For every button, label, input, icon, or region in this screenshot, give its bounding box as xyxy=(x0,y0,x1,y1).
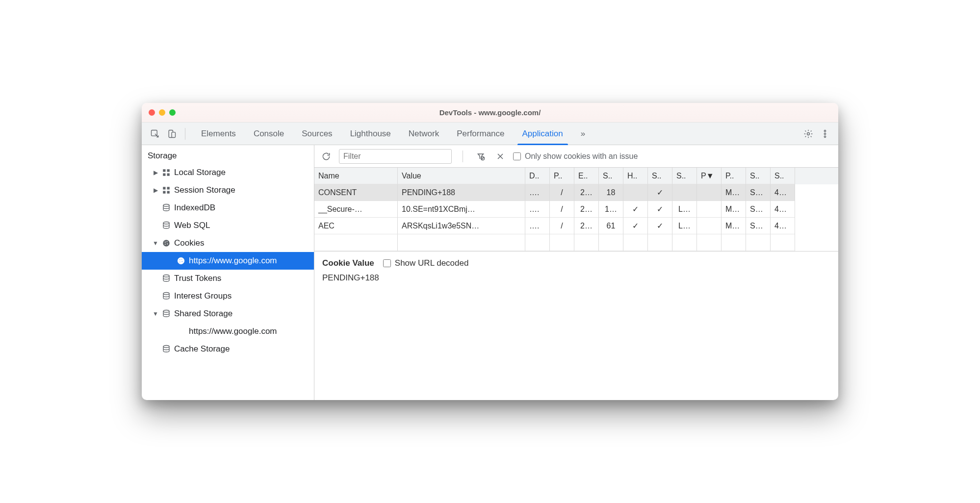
inspect-icon[interactable] xyxy=(147,126,163,142)
sidebar-section-label: Storage xyxy=(142,148,314,164)
table-cell: 2… xyxy=(574,218,599,234)
table-cell: / xyxy=(550,201,574,218)
table-cell xyxy=(697,234,722,251)
only-issues-label: Only show cookies with an issue xyxy=(525,152,638,161)
sidebar-item[interactable]: Web SQL xyxy=(142,217,314,234)
tab-application[interactable]: Application xyxy=(514,123,572,145)
cookie-detail: Cookie Value Show URL decoded PENDING+18… xyxy=(314,252,838,290)
sidebar-item[interactable]: Trust Tokens xyxy=(142,270,314,287)
table-row[interactable]: CONSENTPENDING+188…./2…18✓M…S…4… xyxy=(314,184,838,201)
sidebar-item[interactable]: Interest Groups xyxy=(142,287,314,305)
only-issues-checkbox[interactable] xyxy=(513,152,521,160)
column-header[interactable]: S.. xyxy=(672,168,697,184)
svg-point-28 xyxy=(163,293,169,295)
table-cell xyxy=(771,234,795,251)
table-cell: …. xyxy=(525,201,550,218)
url-decoded-option[interactable]: Show URL decoded xyxy=(383,258,469,268)
traffic-lights xyxy=(149,109,176,116)
tab-performance[interactable]: Performance xyxy=(448,123,513,145)
table-cell: 61 xyxy=(599,218,623,234)
table-cell xyxy=(697,201,722,218)
tab-elements[interactable]: Elements xyxy=(192,123,245,145)
table-cell: / xyxy=(550,218,574,234)
tab-network[interactable]: Network xyxy=(400,123,448,145)
url-decoded-label: Show URL decoded xyxy=(395,258,469,268)
column-header[interactable]: S.. xyxy=(771,168,795,184)
device-toggle-icon[interactable] xyxy=(163,126,180,142)
svg-point-27 xyxy=(163,275,169,277)
column-header[interactable]: S.. xyxy=(648,168,672,184)
clear-icon[interactable] xyxy=(493,150,507,163)
minimize-dot[interactable] xyxy=(159,109,165,116)
column-header[interactable]: H.. xyxy=(623,168,648,184)
svg-point-21 xyxy=(165,244,166,245)
tabs-overflow[interactable]: » xyxy=(572,123,594,145)
table-cell xyxy=(525,234,550,251)
zoom-dot[interactable] xyxy=(169,109,176,116)
table-cell: S… xyxy=(746,218,771,234)
sidebar-item-label: IndexedDB xyxy=(174,203,215,213)
table-cell xyxy=(623,234,648,251)
table-cell xyxy=(697,218,722,234)
table-row-empty xyxy=(314,234,838,251)
db-icon xyxy=(161,221,171,230)
column-header[interactable]: D.. xyxy=(525,168,550,184)
tab-sources[interactable]: Sources xyxy=(293,123,341,145)
url-decoded-checkbox[interactable] xyxy=(383,259,391,267)
svg-point-23 xyxy=(180,259,181,260)
table-row[interactable]: AECARSKqsLi1w3e5SN……./2…61✓✓L…M…S…4… xyxy=(314,218,838,234)
column-header[interactable]: P.. xyxy=(722,168,746,184)
table-cell: M… xyxy=(722,184,746,201)
sidebar-item[interactable]: ▼Cookies xyxy=(142,234,314,252)
svg-rect-9 xyxy=(163,174,165,176)
sidebar-item[interactable]: ▶Session Storage xyxy=(142,181,314,199)
sidebar-item[interactable]: IndexedDB xyxy=(142,199,314,217)
svg-point-5 xyxy=(824,133,825,134)
sidebar-item[interactable]: https://www.google.com xyxy=(142,323,314,340)
only-issues-option[interactable]: Only show cookies with an issue xyxy=(513,152,638,161)
svg-point-26 xyxy=(180,261,181,262)
table-cell xyxy=(574,234,599,251)
table-cell xyxy=(746,234,771,251)
sidebar-item[interactable]: https://www.google.com xyxy=(142,252,314,270)
cookies-panel: Only show cookies with an issue NameValu… xyxy=(314,145,838,400)
svg-point-17 xyxy=(163,240,170,247)
sidebar-item[interactable]: ▶Local Storage xyxy=(142,164,314,181)
sidebar-item-label: Cache Storage xyxy=(174,344,230,354)
column-header[interactable]: P.. xyxy=(550,168,574,184)
filter-input[interactable] xyxy=(339,149,452,164)
clear-filter-icon[interactable] xyxy=(474,150,488,163)
table-cell: ARSKqsLi1w3e5SN… xyxy=(398,218,525,234)
column-header[interactable]: Value xyxy=(398,168,525,184)
grid-icon xyxy=(161,185,171,195)
db-icon xyxy=(161,309,171,319)
svg-point-25 xyxy=(181,261,182,262)
svg-rect-11 xyxy=(163,187,165,189)
kebab-menu-icon[interactable] xyxy=(817,126,833,142)
settings-icon[interactable] xyxy=(800,126,817,142)
table-cell: 4… xyxy=(771,218,795,234)
tree-arrow-icon: ▶ xyxy=(153,169,158,176)
column-header[interactable]: S.. xyxy=(746,168,771,184)
column-header[interactable]: S.. xyxy=(599,168,623,184)
table-cell: 1… xyxy=(599,201,623,218)
blank-icon xyxy=(176,327,186,336)
tab-lighthouse[interactable]: Lighthouse xyxy=(341,123,400,145)
close-dot[interactable] xyxy=(149,109,155,116)
sidebar-item-label: Interest Groups xyxy=(174,291,232,301)
svg-rect-7 xyxy=(163,169,165,172)
tab-console[interactable]: Console xyxy=(245,123,293,145)
column-header[interactable]: P▼ xyxy=(697,168,722,184)
table-cell: …. xyxy=(525,218,550,234)
reload-icon[interactable] xyxy=(319,150,333,163)
table-cell xyxy=(672,234,697,251)
sidebar-item[interactable]: ▼Shared Storage xyxy=(142,305,314,323)
cookies-filterbar: Only show cookies with an issue xyxy=(314,145,838,168)
column-header[interactable]: E.. xyxy=(574,168,599,184)
table-cell: ✓ xyxy=(623,218,648,234)
sidebar-item[interactable]: Cache Storage xyxy=(142,340,314,358)
devtools-window: DevTools - www.google.com/ Elements Cons… xyxy=(142,103,838,400)
table-row[interactable]: __Secure-…10.SE=nt91XCBmj……./2…1…✓✓L…M…S… xyxy=(314,201,838,218)
column-header[interactable]: Name xyxy=(314,168,398,184)
svg-point-15 xyxy=(163,204,169,207)
